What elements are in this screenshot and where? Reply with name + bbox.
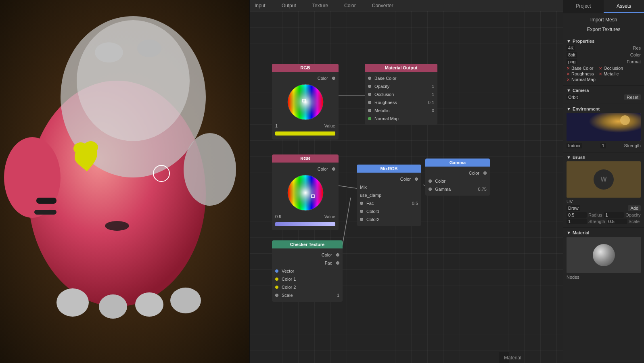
- top-buttons: Import Mesh Export Textures: [563, 13, 644, 36]
- material-arrow: ▼: [567, 230, 571, 235]
- gamma-color-in-socket[interactable]: [429, 179, 432, 183]
- strength-value[interactable]: 1: [600, 143, 606, 148]
- rgb1-color-label: Color: [318, 76, 328, 81]
- cb-occlusion[interactable]: ✕Occlusion: [599, 66, 623, 71]
- mixrgb-color-out-socket[interactable]: [415, 177, 418, 181]
- import-mesh-button[interactable]: Import Mesh: [563, 15, 644, 25]
- right-panel: Project Assets Import Mesh Export Textur…: [563, 0, 644, 363]
- export-textures-button[interactable]: Export Textures: [563, 25, 644, 34]
- svg-rect-15: [36, 198, 56, 204]
- rgb1-value-row: 1 Value: [272, 122, 339, 130]
- cb-roughness[interactable]: ✕Roughness: [567, 71, 596, 76]
- gamma-node[interactable]: Gamma Color Color Gamma 0.75: [425, 159, 490, 196]
- scale-field[interactable]: 0.5: [607, 219, 627, 224]
- gamma-color-out-socket[interactable]: [483, 171, 487, 175]
- radius-field[interactable]: 0.5: [567, 212, 587, 218]
- mo-metallic-socket[interactable]: [368, 109, 371, 112]
- gamma-color-in-label: Color: [435, 179, 445, 184]
- brush-strength-field[interactable]: 1: [567, 219, 587, 224]
- mo-basecolor-label: Base Color: [374, 76, 396, 81]
- rgb2-header: RGB: [272, 154, 339, 163]
- brush-header[interactable]: ▼ Brush: [567, 155, 641, 160]
- cb-metallic[interactable]: ✕Metallic: [599, 71, 623, 76]
- mixrgb-mix-row: Mix: [357, 183, 421, 191]
- color-value[interactable]: 8bit: [567, 52, 577, 58]
- res-value[interactable]: 4K: [567, 45, 575, 51]
- material-header[interactable]: ▼ Material: [567, 230, 641, 235]
- rgb2-color-label: Color: [318, 167, 328, 171]
- node-editor[interactable]: Input Output Texture Color Converter RGB…: [249, 0, 563, 363]
- rgb-node-2[interactable]: RGB Color: [272, 154, 339, 230]
- rgb-node-1[interactable]: RGB Color: [272, 64, 339, 140]
- checker-header: Checker Texture: [272, 240, 343, 248]
- environment-thumbnail[interactable]: [567, 113, 641, 141]
- rgb1-colorwheel[interactable]: [287, 84, 324, 120]
- svg-point-3: [77, 20, 190, 141]
- material-sphere: [593, 244, 615, 266]
- draw-value[interactable]: Draw: [567, 205, 580, 211]
- checker-color-out-socket[interactable]: [336, 253, 339, 257]
- toolbar-input[interactable]: Input: [255, 3, 266, 8]
- opacity-field[interactable]: 1: [604, 212, 624, 218]
- material-section: ▼ Material Nodes: [563, 228, 644, 363]
- orbit-value[interactable]: Orbit: [567, 94, 579, 100]
- gamma-gamma-value: 0.75: [478, 187, 487, 192]
- mo-opacity-socket[interactable]: [368, 85, 371, 88]
- svg-point-13: [135, 292, 163, 317]
- rgb2-value-label: Value: [324, 214, 335, 219]
- svg-point-17: [105, 221, 129, 231]
- toolbar-texture[interactable]: Texture: [312, 3, 328, 8]
- mixrgb-color2-socket[interactable]: [360, 218, 363, 221]
- mixrgb-mix-label: Mix: [360, 185, 367, 190]
- node-canvas[interactable]: RGB Color: [250, 11, 563, 363]
- toolbar-output[interactable]: Output: [282, 3, 296, 8]
- res-row: 4K Res: [567, 45, 641, 51]
- cb-normal-map[interactable]: ✕Normal Map: [567, 77, 596, 82]
- mo-roughness-socket[interactable]: [368, 101, 371, 104]
- viewport[interactable]: [0, 0, 249, 363]
- mixrgb-color1-socket[interactable]: [360, 210, 363, 213]
- mo-metallic-label: Metallic: [374, 108, 389, 113]
- camera-header[interactable]: ▼ Camera: [567, 88, 641, 93]
- mixrgb-color1-row: Color1: [357, 207, 421, 215]
- nodes-row: Nodes: [567, 275, 641, 280]
- svg-point-12: [99, 294, 127, 319]
- mo-occlusion-socket[interactable]: [368, 93, 371, 96]
- checker-color1-socket[interactable]: [275, 277, 278, 281]
- indoor-value[interactable]: Indoor: [567, 143, 582, 148]
- toolbar-color[interactable]: Color: [344, 3, 356, 8]
- rgb2-color-socket-out[interactable]: [332, 167, 335, 171]
- checker-vector-socket[interactable]: [275, 269, 278, 273]
- tab-assets[interactable]: Assets: [604, 0, 644, 13]
- gamma-gamma-row: Gamma 0.75: [425, 185, 490, 193]
- material-thumbnail[interactable]: [567, 237, 641, 273]
- checker-texture-node[interactable]: Checker Texture Color Fac Vector Color 1: [272, 240, 343, 302]
- checker-color2-socket[interactable]: [275, 286, 278, 289]
- checker-scale-socket[interactable]: [275, 294, 278, 297]
- brush-thumbnail[interactable]: W: [567, 161, 641, 198]
- gamma-color-out-row: Color: [425, 169, 490, 177]
- gamma-gamma-socket[interactable]: [429, 188, 432, 191]
- properties-header[interactable]: ▼ Properties: [567, 39, 641, 44]
- rgb1-color-socket-out[interactable]: [332, 77, 335, 80]
- cb-base-color[interactable]: ✕Base Color: [567, 66, 596, 71]
- rgb2-colorwheel[interactable]: [287, 175, 324, 211]
- mo-metallic-value: 0: [432, 108, 434, 113]
- cb-metallic-label: Metallic: [604, 71, 619, 76]
- mixrgb-header: MixRGB: [357, 165, 421, 173]
- mixrgb-node[interactable]: MixRGB Color Mix use_clamp Fac 0.5: [357, 165, 421, 226]
- mixrgb-fac-socket[interactable]: [360, 202, 363, 205]
- checker-fac-out-socket[interactable]: [336, 261, 339, 265]
- add-button[interactable]: Add: [628, 205, 641, 211]
- uv-row: UV: [567, 199, 641, 204]
- mo-basecolor-socket[interactable]: [368, 77, 371, 80]
- mo-normalmap-socket[interactable]: [368, 117, 371, 120]
- material-output-node[interactable]: Material Output Base Color Opacity 1 Occ…: [365, 64, 437, 125]
- environment-header[interactable]: ▼ Environment: [567, 106, 641, 111]
- toolbar-converter[interactable]: Converter: [372, 3, 393, 8]
- tab-project[interactable]: Project: [563, 0, 604, 13]
- mo-basecolor-row: Base Color: [365, 74, 437, 82]
- reset-button[interactable]: Reset: [624, 94, 641, 100]
- format-value[interactable]: png: [567, 59, 577, 65]
- checkboxes-right: ✕Occlusion ✕Metallic: [599, 66, 623, 83]
